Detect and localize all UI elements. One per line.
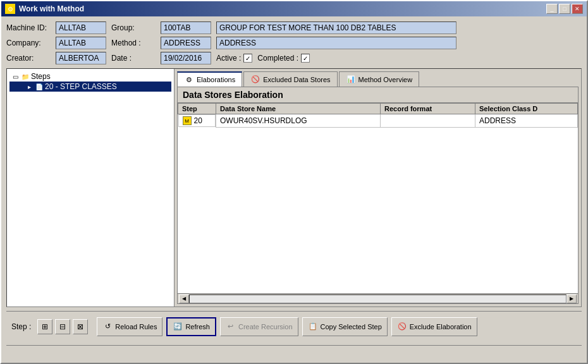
- active-checkbox-area: Active : ✓: [216, 54, 252, 63]
- tab-overview[interactable]: 📊 Method Overview: [339, 71, 420, 87]
- refresh-button[interactable]: 🔄 Refresh: [166, 317, 216, 336]
- steps-folder-icon: 📁: [21, 72, 30, 81]
- scroll-right-button[interactable]: ▶: [567, 294, 577, 303]
- tab-excluded-label: Excluded Data Stores: [263, 76, 330, 83]
- content-area: Machine ID: ALLTAB Group: 100TAB GROUP F…: [1, 16, 587, 363]
- maximize-button[interactable]: □: [559, 4, 570, 14]
- table-row[interactable]: M 20 OWUR40SV.HSURDLOG ADDRESS: [178, 114, 578, 128]
- method-value: ADDRESS: [161, 37, 211, 49]
- cell-selection-class: ADDRESS: [475, 114, 578, 128]
- creator-label: Creator:: [6, 54, 51, 63]
- col-selection-class: Selection Class D: [475, 104, 578, 114]
- bottom-action-bar: Step : ⊞ ⊟ ⊠ ↺ Reload Rules 🔄 Refresh ↩ …: [6, 311, 582, 341]
- steps-label: Steps: [31, 72, 51, 81]
- main-panel: ▭ 📁 Steps ▸ 📄 20 - STEP CLASSES ⚙ Elabor…: [6, 68, 582, 307]
- reload-rules-button[interactable]: ↺ Reload Rules: [97, 317, 162, 336]
- overview-tab-icon: 📊: [346, 75, 356, 85]
- row-icon: M: [183, 116, 192, 125]
- completed-label: Completed :: [257, 54, 298, 63]
- tab-bar: ⚙ Elaborations 🚫 Excluded Data Stores 📊 …: [175, 69, 581, 87]
- completed-checkbox-area: Completed : ✓: [257, 54, 310, 63]
- tree-step-item[interactable]: ▸ 📄 20 - STEP CLASSES: [9, 82, 171, 92]
- machine-id-value: ALLTAB: [56, 21, 106, 34]
- horizontal-scrollbar[interactable]: ◀ ▶: [178, 293, 578, 303]
- creator-value: ALBERTOA: [56, 52, 106, 64]
- col-record-format: Record format: [381, 104, 475, 114]
- copy-icon: 📋: [308, 322, 318, 332]
- reload-icon: ↺: [102, 322, 113, 332]
- step-icon-btn-3[interactable]: ⊠: [73, 319, 88, 334]
- step-icon-btn-2[interactable]: ⊟: [55, 319, 70, 334]
- cell-record-format: [381, 114, 475, 128]
- left-tree: ▭ 📁 Steps ▸ 📄 20 - STEP CLASSES: [7, 69, 175, 306]
- form-section: Machine ID: ALLTAB Group: 100TAB GROUP F…: [6, 21, 582, 64]
- date-value: 19/02/2016: [161, 52, 211, 64]
- col-data-store-name: Data Store Name: [216, 104, 381, 114]
- scroll-track[interactable]: [189, 294, 567, 303]
- main-window: ⚙ Work with Method _ □ ✕ Machine ID: ALL…: [0, 0, 588, 364]
- minimize-button[interactable]: _: [546, 4, 558, 14]
- method-description: ADDRESS: [216, 37, 456, 49]
- step-page-icon: 📄: [35, 82, 44, 91]
- company-value: ALLTAB: [56, 37, 106, 49]
- close-button[interactable]: ✕: [572, 4, 583, 14]
- elaborations-tab-icon: ⚙: [184, 75, 194, 85]
- cell-data-store-name: OWUR40SV.HSURDLOG: [216, 114, 381, 128]
- form-row-3: Creator: ALBERTOA Date : 19/02/2016 Acti…: [6, 52, 582, 64]
- exclude-elaboration-button[interactable]: 🚫 Exclude Elaboration: [391, 317, 477, 336]
- step-expand-icon: ▸: [25, 82, 34, 91]
- step-icon-buttons: ⊞ ⊟ ⊠: [37, 319, 88, 334]
- step-item-label: 20 - STEP CLASSES: [45, 82, 117, 91]
- tab-overview-label: Method Overview: [358, 76, 413, 83]
- right-panel: ⚙ Elaborations 🚫 Excluded Data Stores 📊 …: [175, 69, 581, 306]
- step-label: Step :: [11, 322, 31, 331]
- tree-steps-root[interactable]: ▭ 📁 Steps: [9, 71, 171, 82]
- title-bar-left: ⚙ Work with Method: [5, 4, 84, 14]
- copy-selected-step-button[interactable]: 📋 Copy Selected Step: [302, 317, 388, 336]
- excluded-tab-icon: 🚫: [250, 75, 260, 85]
- form-row-2: Company: ALLTAB Method : ADDRESS ADDRESS: [6, 37, 582, 49]
- data-stores-table: Step Data Store Name Record format Selec…: [178, 103, 578, 128]
- group-label: Group:: [111, 23, 156, 32]
- title-buttons: _ □ ✕: [546, 4, 583, 14]
- group-description: GROUP FOR TEST MORE THAN 100 DB2 TABLES: [216, 21, 456, 34]
- status-bar: [6, 345, 582, 358]
- step-icon-btn-1[interactable]: ⊞: [37, 319, 52, 334]
- tab-content-title: Data Stores Elaboration: [178, 87, 578, 103]
- tree-expand-icon: ▭: [11, 72, 20, 81]
- window-icon: ⚙: [5, 4, 15, 14]
- form-row-1: Machine ID: ALLTAB Group: 100TAB GROUP F…: [6, 21, 582, 34]
- active-checkbox[interactable]: ✓: [243, 54, 252, 63]
- group-value: 100TAB: [161, 21, 211, 34]
- machine-id-label: Machine ID:: [6, 23, 51, 32]
- tab-content: Data Stores Elaboration Step Data Store …: [177, 87, 579, 304]
- cell-step: M 20: [178, 114, 216, 127]
- active-label: Active :: [216, 54, 241, 63]
- tab-elaborations-label: Elaborations: [197, 76, 235, 83]
- col-step: Step: [178, 104, 216, 114]
- tab-elaborations[interactable]: ⚙ Elaborations: [177, 71, 242, 87]
- recursion-icon: ↩: [226, 322, 236, 332]
- exclude-icon: 🚫: [397, 322, 407, 332]
- window-title: Work with Method: [19, 4, 84, 13]
- completed-checkbox[interactable]: ✓: [301, 54, 310, 63]
- date-label: Date :: [111, 54, 156, 63]
- scroll-left-button[interactable]: ◀: [179, 294, 189, 303]
- company-label: Company:: [6, 39, 51, 47]
- create-recursion-button[interactable]: ↩ Create Recursion: [220, 317, 298, 336]
- tab-excluded[interactable]: 🚫 Excluded Data Stores: [243, 71, 337, 87]
- method-label: Method :: [111, 39, 156, 47]
- table-container[interactable]: Step Data Store Name Record format Selec…: [178, 103, 578, 293]
- table-header-row: Step Data Store Name Record format Selec…: [178, 104, 578, 114]
- refresh-icon: 🔄: [173, 322, 183, 332]
- title-bar: ⚙ Work with Method _ □ ✕: [1, 1, 587, 16]
